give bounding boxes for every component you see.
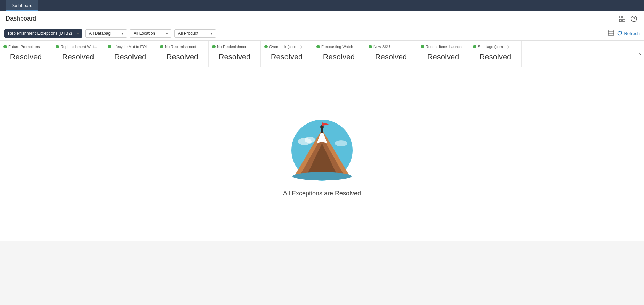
databag-filter-wrapper: All Databag ▼ bbox=[85, 29, 127, 38]
nav-tab-dashboard[interactable]: Dashboard bbox=[6, 0, 38, 11]
exception-card-5[interactable]: Overstock (current) Resolved bbox=[261, 41, 313, 67]
location-filter-select[interactable]: All Location bbox=[130, 29, 171, 38]
page-title: Dashboard bbox=[6, 15, 36, 22]
refresh-label: Refresh bbox=[624, 31, 640, 36]
exception-card-1[interactable]: Replenishment Wat... Resolved bbox=[52, 41, 104, 67]
card-title-4: No Replenishment ... bbox=[217, 44, 253, 49]
svg-rect-6 bbox=[608, 30, 614, 35]
exception-card-2[interactable]: Lifecycle Mat to EOL Resolved bbox=[104, 41, 156, 67]
card-value-8: Resolved bbox=[427, 53, 459, 62]
status-dot-3 bbox=[160, 45, 163, 48]
primary-filter-select[interactable]: Replenishment Exceptions (DTB2) bbox=[4, 29, 82, 38]
svg-point-12 bbox=[305, 137, 315, 143]
exception-card-0[interactable]: Future Promotions Resolved bbox=[0, 41, 52, 67]
svg-point-22 bbox=[292, 172, 352, 180]
help-icon[interactable]: ? bbox=[629, 14, 638, 23]
card-value-9: Resolved bbox=[480, 53, 512, 62]
card-title-3: No Replenishment bbox=[165, 44, 196, 49]
cards-scroll-container[interactable]: Future Promotions Resolved Replenishment… bbox=[0, 41, 644, 67]
svg-rect-1 bbox=[623, 16, 625, 18]
status-dot-9 bbox=[473, 45, 476, 48]
card-header-9: Shortage (current) bbox=[473, 44, 518, 49]
card-title-1: Replenishment Wat... bbox=[61, 44, 97, 49]
card-header-1: Replenishment Wat... bbox=[56, 44, 100, 49]
header-icons: ? bbox=[618, 14, 638, 23]
svg-point-13 bbox=[335, 140, 347, 146]
grid-view-icon[interactable] bbox=[618, 14, 627, 23]
svg-rect-2 bbox=[619, 19, 621, 22]
card-header-6: Forecasting Watch-... bbox=[316, 44, 361, 49]
svg-text:?: ? bbox=[633, 17, 635, 21]
card-header-4: No Replenishment ... bbox=[212, 44, 257, 49]
status-dot-6 bbox=[316, 45, 320, 48]
card-value-5: Resolved bbox=[271, 53, 303, 62]
status-dot-8 bbox=[421, 45, 424, 48]
exception-card-4[interactable]: No Replenishment ... Resolved bbox=[209, 41, 261, 67]
filter-bar: Replenishment Exceptions (DTB2) ▼ All Da… bbox=[0, 26, 644, 41]
resolved-message: All Exceptions are Resolved bbox=[283, 190, 361, 197]
exception-card-6[interactable]: Forecasting Watch-... Resolved bbox=[313, 41, 365, 67]
primary-filter-wrapper: Replenishment Exceptions (DTB2) ▼ bbox=[4, 29, 82, 38]
card-header-8: Recent Items Launch bbox=[421, 44, 466, 49]
card-value-1: Resolved bbox=[62, 53, 94, 62]
card-title-8: Recent Items Launch bbox=[426, 44, 462, 49]
svg-rect-18 bbox=[321, 128, 323, 133]
filter-right-actions: Refresh bbox=[608, 30, 640, 37]
exception-card-8[interactable]: Recent Items Launch Resolved bbox=[417, 41, 469, 67]
card-title-7: New SKU bbox=[373, 44, 390, 49]
scroll-right-arrow[interactable]: › bbox=[636, 41, 644, 67]
svg-rect-0 bbox=[619, 16, 621, 18]
card-header-3: No Replenishment bbox=[160, 44, 205, 49]
exception-cards-section: Future Promotions Resolved Replenishment… bbox=[0, 41, 644, 67]
card-title-6: Forecasting Watch-... bbox=[321, 44, 357, 49]
main-content: All Exceptions are Resolved bbox=[0, 67, 644, 241]
location-filter-wrapper: All Location ▼ bbox=[130, 29, 171, 38]
card-header-5: Overstock (current) bbox=[264, 44, 309, 49]
card-title-0: Future Promotions bbox=[8, 44, 40, 49]
table-view-icon[interactable] bbox=[608, 30, 614, 37]
refresh-button[interactable]: Refresh bbox=[617, 31, 640, 36]
top-nav: Dashboard bbox=[0, 0, 644, 11]
success-illustration bbox=[287, 112, 357, 182]
page-header: Dashboard ? bbox=[0, 11, 644, 26]
exception-card-7[interactable]: New SKU Resolved bbox=[365, 41, 417, 67]
card-value-4: Resolved bbox=[219, 53, 251, 62]
databag-filter-select[interactable]: All Databag bbox=[85, 29, 127, 38]
status-dot-4 bbox=[212, 45, 216, 48]
exception-card-3[interactable]: No Replenishment Resolved bbox=[156, 41, 209, 67]
status-dot-2 bbox=[108, 45, 111, 48]
product-filter-wrapper: All Product ▼ bbox=[174, 29, 216, 38]
card-title-5: Overstock (current) bbox=[269, 44, 302, 49]
card-header-0: Future Promotions bbox=[3, 44, 48, 49]
card-title-2: Lifecycle Mat to EOL bbox=[113, 44, 148, 49]
status-dot-0 bbox=[3, 45, 7, 48]
exception-card-9[interactable]: Shortage (current) Resolved bbox=[469, 41, 522, 67]
card-header-2: Lifecycle Mat to EOL bbox=[108, 44, 153, 49]
card-value-7: Resolved bbox=[375, 53, 407, 62]
card-title-9: Shortage (current) bbox=[478, 44, 509, 49]
svg-rect-3 bbox=[623, 19, 625, 22]
status-dot-5 bbox=[264, 45, 268, 48]
card-value-3: Resolved bbox=[167, 53, 199, 62]
card-value-0: Resolved bbox=[10, 53, 42, 62]
card-header-7: New SKU bbox=[369, 44, 413, 49]
status-dot-1 bbox=[56, 45, 59, 48]
card-value-6: Resolved bbox=[323, 53, 355, 62]
product-filter-select[interactable]: All Product bbox=[174, 29, 216, 38]
card-value-2: Resolved bbox=[114, 53, 146, 62]
status-dot-7 bbox=[369, 45, 372, 48]
